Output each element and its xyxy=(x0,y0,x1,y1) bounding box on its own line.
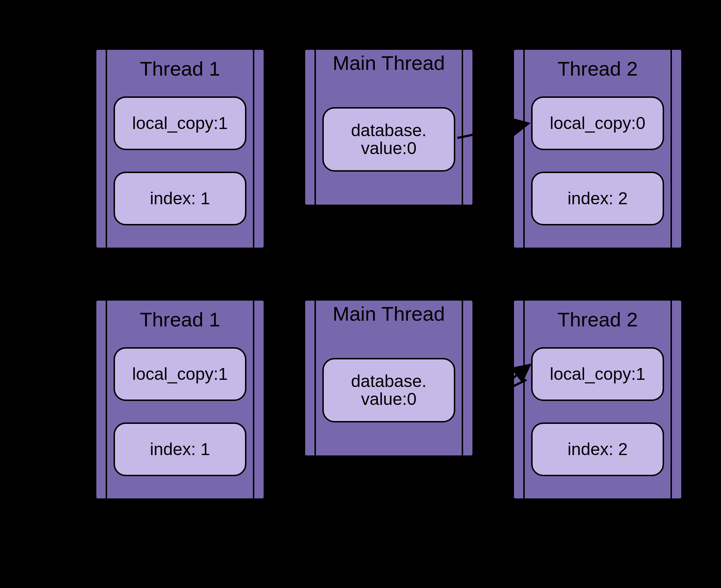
diagram-row-1: Thread 1 local_copy:1 index: 1 Main Thre… xyxy=(95,48,689,249)
thread1-local-copy: local_copy:1 xyxy=(114,96,246,150)
thread-diagram: Thread 1 local_copy:1 index: 1 Main Thre… xyxy=(95,48,689,543)
diagram-row-2: Thread 1 local_copy:1 index: 1 Main Thre… xyxy=(95,299,689,500)
main-thread-title: Main Thread xyxy=(305,301,472,325)
thread1-local-copy: local_copy:1 xyxy=(114,347,246,401)
thread2-box: Thread 2 local_copy:1 index: 2 xyxy=(513,299,683,500)
thread2-index: index: 2 xyxy=(531,422,664,476)
thread1-index: index: 1 xyxy=(114,422,246,476)
main-thread-box: Main Thread database. value:0 xyxy=(304,48,474,206)
thread2-title: Thread 2 xyxy=(514,301,681,330)
main-thread-box: Main Thread database. value:0 xyxy=(304,299,474,457)
thread1-box: Thread 1 local_copy:1 index: 1 xyxy=(95,48,265,249)
thread2-local-copy: local_copy:1 xyxy=(531,347,664,401)
thread1-index: index: 1 xyxy=(114,172,246,225)
thread1-title: Thread 1 xyxy=(96,301,264,330)
thread1-title: Thread 1 xyxy=(96,50,264,80)
thread2-box: Thread 2 local_copy:0 index: 2 xyxy=(513,48,683,249)
main-thread-title: Main Thread xyxy=(305,50,472,74)
thread1-box: Thread 1 local_copy:1 index: 1 xyxy=(95,299,265,500)
thread2-title: Thread 2 xyxy=(514,50,681,80)
database-value: database. value:0 xyxy=(322,358,455,422)
database-value: database. value:0 xyxy=(322,107,455,172)
thread2-index: index: 2 xyxy=(531,172,664,225)
thread2-local-copy: local_copy:0 xyxy=(531,96,664,150)
